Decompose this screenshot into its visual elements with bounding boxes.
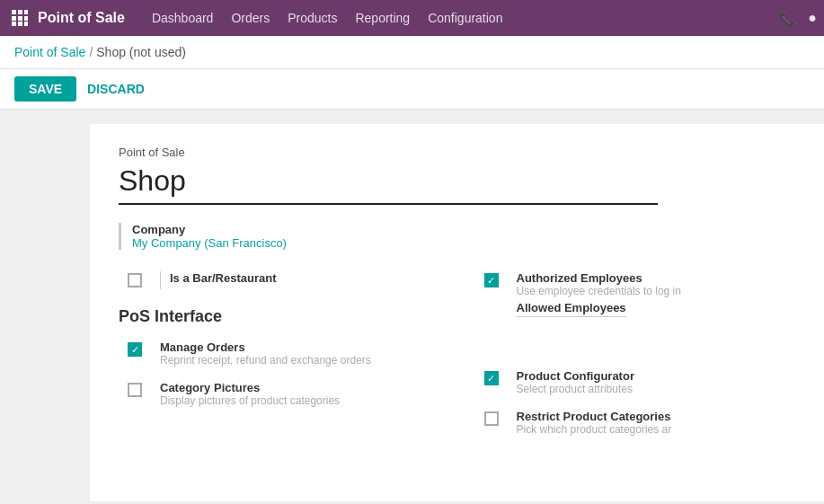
category-pictures-row: Category Pictures Display pictures of pr… xyxy=(119,381,439,407)
svg-rect-5 xyxy=(24,16,28,21)
bar-restaurant-checkbox[interactable] xyxy=(128,273,142,287)
main-menu: Dashboard Orders Products Reporting Conf… xyxy=(152,7,779,29)
breadcrumb-separator: / xyxy=(89,45,93,59)
manage-orders-row: ✓ Manage Orders Reprint receipt, refund … xyxy=(119,340,439,367)
bar-restaurant-label: Is a Bar/Restaurant xyxy=(170,271,439,285)
restrict-product-categories-row: Restrict Product Categories Pick which p… xyxy=(475,410,796,436)
left-column: Is a Bar/Restaurant PoS Interface ✓ Mana… xyxy=(119,271,439,450)
breadcrumb: Point of Sale / Shop (not used) xyxy=(0,36,824,69)
authorized-employees-label: Authorized Employees xyxy=(517,271,796,285)
manage-orders-checkbox[interactable]: ✓ xyxy=(128,342,142,357)
manage-orders-desc: Reprint receipt, refund and exchange ord… xyxy=(160,354,439,367)
phone-icon[interactable]: 📞 xyxy=(779,10,797,27)
product-configurator-row: ✓ Product Configurator Select product at… xyxy=(475,369,796,395)
svg-rect-2 xyxy=(24,10,28,14)
allowed-employees-label: Allowed Employees xyxy=(517,301,626,317)
app-title: Point of Sale xyxy=(38,10,125,26)
company-label: Company xyxy=(132,223,287,236)
breadcrumb-parent[interactable]: Point of Sale xyxy=(14,45,85,59)
grid-menu-icon[interactable] xyxy=(7,5,32,31)
category-pictures-label: Category Pictures xyxy=(160,381,439,394)
form-section-label: Point of Sale xyxy=(119,146,795,159)
menu-item-dashboard[interactable]: Dashboard xyxy=(152,7,214,29)
breadcrumb-current: Shop (not used) xyxy=(96,45,186,59)
save-button[interactable]: SAVE xyxy=(14,76,76,102)
svg-rect-0 xyxy=(12,10,16,14)
top-navigation: Point of Sale Dashboard Orders Products … xyxy=(0,0,824,36)
product-configurator-desc: Select product attributes xyxy=(517,383,796,395)
svg-rect-4 xyxy=(18,16,22,21)
restrict-product-categories-desc: Pick which product categories ar xyxy=(517,423,796,436)
svg-rect-1 xyxy=(18,10,22,14)
authorized-employees-checkbox[interactable]: ✓ xyxy=(484,273,499,287)
right-column: ✓ Authorized Employees Use employee cred… xyxy=(475,271,796,450)
authorized-employees-row: ✓ Authorized Employees Use employee cred… xyxy=(475,271,796,317)
manage-orders-label: Manage Orders xyxy=(160,340,439,354)
restrict-product-categories-checkbox[interactable] xyxy=(484,411,499,426)
restrict-product-categories-label: Restrict Product Categories xyxy=(517,410,796,423)
pos-interface-header: PoS Interface xyxy=(119,307,439,326)
menu-item-products[interactable]: Products xyxy=(288,7,337,29)
product-configurator-label: Product Configurator xyxy=(517,369,796,383)
menu-item-configuration[interactable]: Configuration xyxy=(428,7,502,29)
authorized-employees-desc: Use employee credentials to log in xyxy=(517,285,796,297)
shop-name-field[interactable]: Shop xyxy=(119,164,658,205)
company-value[interactable]: My Company (San Francisco) xyxy=(132,236,287,250)
settings-two-col: Is a Bar/Restaurant PoS Interface ✓ Mana… xyxy=(119,271,795,450)
svg-rect-3 xyxy=(12,16,16,21)
topnav-right-icons: 📞 ● xyxy=(779,10,817,27)
company-section: Company My Company (San Francisco) xyxy=(119,223,795,250)
svg-rect-7 xyxy=(18,22,22,26)
action-toolbar: SAVE DISCARD xyxy=(0,69,824,110)
bar-restaurant-row: Is a Bar/Restaurant xyxy=(119,271,439,289)
product-configurator-checkbox[interactable]: ✓ xyxy=(484,371,499,385)
menu-item-reporting[interactable]: Reporting xyxy=(355,7,410,29)
category-pictures-checkbox[interactable] xyxy=(128,383,142,397)
form-container: Point of Sale Shop Company My Company (S… xyxy=(90,124,824,501)
svg-rect-6 xyxy=(12,22,16,26)
category-pictures-desc: Display pictures of product categories xyxy=(160,394,439,407)
user-icon[interactable]: ● xyxy=(808,10,817,26)
svg-rect-8 xyxy=(24,22,28,26)
menu-item-orders[interactable]: Orders xyxy=(231,7,270,29)
discard-button[interactable]: DISCARD xyxy=(87,82,145,96)
